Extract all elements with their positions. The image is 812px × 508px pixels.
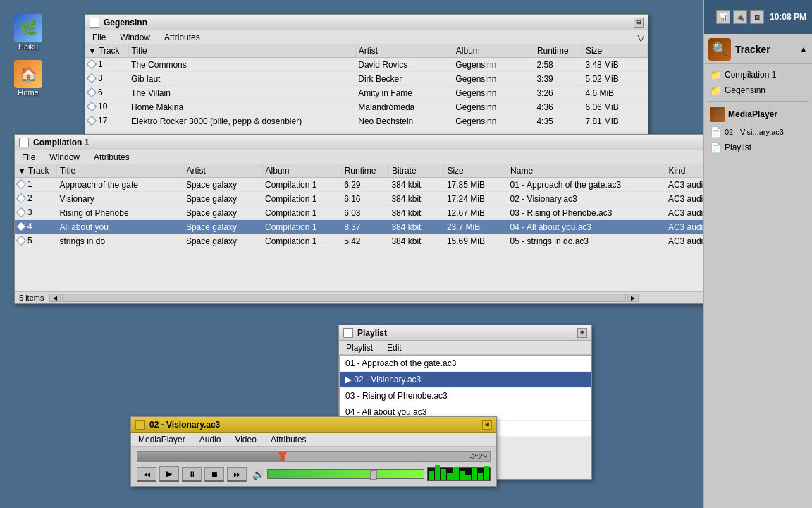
tracker-item-playlist[interactable]: 📄 Playlist: [707, 140, 809, 155]
table-row[interactable]: 1 Approach of the gate Space galaxy Comp…: [15, 178, 761, 192]
volume-icon: 🔊: [252, 468, 264, 480]
filter-icon[interactable]: ▽: [637, 32, 645, 43]
compilation-menu-attributes[interactable]: Attributes: [87, 151, 137, 164]
playlist-menubar: Playlist Edit: [339, 341, 591, 355]
playlist-menu-edit[interactable]: Edit: [380, 341, 409, 354]
list-item[interactable]: 03 - Rising of Phenobe.ac3: [340, 388, 591, 404]
mediaplayer-menu-main[interactable]: MediaPlayer: [131, 433, 192, 446]
table-row[interactable]: 3 Rising of Phenobe Space galaxy Compila…: [15, 206, 761, 220]
gegensinn-close-btn[interactable]: ⊞: [634, 18, 644, 28]
gegensinn-menu-file[interactable]: File: [85, 31, 113, 44]
pause-btn[interactable]: ⏸: [182, 467, 202, 482]
comp-col-title[interactable]: Title: [57, 164, 183, 178]
tracker-expand[interactable]: ▲: [799, 44, 808, 54]
tracker-label: Tracker: [735, 44, 770, 55]
spectrum-bar: [441, 469, 446, 480]
scroll-left-btn[interactable]: ◀: [49, 294, 61, 302]
progress-bar[interactable]: -2:29: [137, 451, 491, 462]
folder-icon-2: 📁: [710, 85, 722, 96]
spectrum-bar: [478, 473, 484, 480]
comp-col-track[interactable]: ▼ Track: [15, 164, 57, 178]
controls-row: ⏮ ▶ ⏸ ⏹ ⏭ 🔊: [137, 466, 491, 482]
tracker-app-icon: 🔍: [708, 38, 731, 61]
col-artist[interactable]: Artist: [355, 44, 453, 58]
tracker-item-gegensinn[interactable]: 📁 Gegensinn: [707, 83, 809, 98]
haiku-label: Haiku: [18, 42, 38, 51]
col-track[interactable]: ▼ Track: [85, 44, 128, 58]
col-size[interactable]: Size: [582, 44, 647, 58]
table-row[interactable]: 2 Visionary Space galaxy Compilation 1 6…: [15, 192, 761, 206]
haiku-icon[interactable]: 🌿 Haiku: [7, 14, 49, 51]
playlist-close-btn[interactable]: ⊞: [577, 328, 587, 338]
mediaplayer-menu-audio[interactable]: Audio: [192, 433, 228, 446]
table-row[interactable]: 4 All about you Space galaxy Compilation…: [15, 220, 761, 234]
list-item[interactable]: 01 - Approach of the gate.ac3: [340, 356, 591, 372]
tracker-item-compilation1[interactable]: 📁 Compilation 1: [707, 67, 809, 83]
gegensinn-title: Gegensinn: [104, 18, 629, 28]
comp-col-runtime[interactable]: Runtime: [341, 164, 388, 178]
col-title[interactable]: Title: [128, 44, 355, 58]
table-row[interactable]: 3 Gib laut Dirk Becker Gegensinn 3:39 5.…: [85, 72, 648, 86]
spectrum-bar: [460, 471, 465, 480]
gegensinn-menu-window[interactable]: Window: [113, 31, 157, 44]
system-tray: 📊 🔌 🖥 10:08 PM: [704, 0, 812, 34]
compilation-menu-window[interactable]: Window: [42, 151, 87, 164]
gegensinn-checkbox[interactable]: [90, 18, 99, 28]
list-item[interactable]: 02 - Visionary.ac3: [340, 372, 591, 388]
gegensinn-table-container: ▼ Track Title Artist Album Runtime Size …: [85, 44, 648, 143]
mediaplayer-titlebar: 02 - Visionary.ac3 ⊞: [131, 417, 496, 433]
comp-col-album[interactable]: Album: [262, 164, 341, 178]
horizontal-scrollbar[interactable]: [62, 294, 626, 302]
mediaplayer-close-btn[interactable]: ⊞: [482, 420, 492, 430]
table-row[interactable]: 17 Elektro Rocker 3000 (pille, pepp & do…: [85, 114, 648, 128]
comp-col-size[interactable]: Size: [444, 164, 508, 178]
playlist-menu-playlist[interactable]: Playlist: [339, 341, 380, 354]
compilation-table: ▼ Track Title Artist Album Runtime Bitra…: [15, 164, 761, 248]
compilation-window: Compilation 1 ⊞ File Window Attributes ▽…: [14, 134, 761, 304]
table-row[interactable]: 5 strings in do Space galaxy Compilation…: [15, 234, 761, 248]
home-icon[interactable]: 🏠 Home: [7, 60, 49, 97]
gegensinn-titlebar: Gegensinn ⊞: [85, 15, 648, 30]
tracker-item-label-5: Playlist: [725, 143, 751, 152]
spectrum-bar: [435, 465, 441, 480]
playlist-titlebar: Playlist ⊞: [339, 325, 591, 341]
mediaplayer-checkbox[interactable]: [135, 420, 145, 430]
next-btn[interactable]: ⏭: [227, 467, 247, 482]
table-row[interactable]: 1 The Commons David Rovics Gegensinn 2:5…: [85, 58, 648, 72]
spectrum-bar: [447, 473, 453, 480]
tracker-separator-1: [707, 101, 809, 102]
gegensinn-menu-attributes[interactable]: Attributes: [157, 31, 207, 44]
prev-btn[interactable]: ⏮: [137, 467, 156, 482]
home-label: Home: [18, 88, 38, 97]
gegensinn-table: ▼ Track Title Artist Album Runtime Size …: [85, 44, 648, 128]
table-row[interactable]: 6 The Villain Amity in Fame Gegensinn 3:…: [85, 86, 648, 100]
col-runtime[interactable]: Runtime: [534, 44, 582, 58]
compilation-menu-file[interactable]: File: [15, 151, 42, 164]
volume-bar[interactable]: [267, 469, 424, 479]
playlist-checkbox[interactable]: [343, 328, 353, 338]
play-btn[interactable]: ▶: [159, 466, 179, 482]
comp-col-artist[interactable]: Artist: [183, 164, 262, 178]
progress-fill: [137, 452, 285, 461]
compilation-menubar: File Window Attributes ▽: [15, 150, 761, 164]
comp-col-name[interactable]: Name: [508, 164, 665, 178]
volume-handle[interactable]: [370, 470, 377, 480]
scroll-right-btn[interactable]: ▶: [627, 294, 639, 302]
mediaplayer-menu-video[interactable]: Video: [228, 433, 263, 446]
comp-col-bitrate[interactable]: Bitrate: [388, 164, 443, 178]
tracker-item-label-2: Gegensinn: [725, 85, 765, 95]
tray-icon-3[interactable]: 🖥: [750, 10, 764, 24]
mediaplayer-menu-attributes[interactable]: Attributes: [264, 433, 314, 446]
tracker-item-label-1: Compilation 1: [725, 70, 776, 80]
spectrum-bar: [429, 471, 434, 480]
compilation-checkbox[interactable]: [19, 138, 29, 147]
tracker-item-mediaplayer[interactable]: 🎵 MediaPlayer: [707, 104, 809, 124]
tracker-item-ac3file[interactable]: 📄 02 - Visi...ary.ac3: [707, 124, 809, 140]
tray-icon-2[interactable]: 🔌: [733, 10, 747, 24]
tray-icon-1[interactable]: 📊: [716, 10, 730, 24]
spectrum-bar: [472, 468, 477, 480]
table-row[interactable]: 10 Home Mákina Malandrómeda Gegensinn 4:…: [85, 100, 648, 114]
stop-btn[interactable]: ⏹: [204, 467, 224, 482]
col-album[interactable]: Album: [453, 44, 534, 58]
file-icon-2: 📄: [710, 142, 722, 153]
